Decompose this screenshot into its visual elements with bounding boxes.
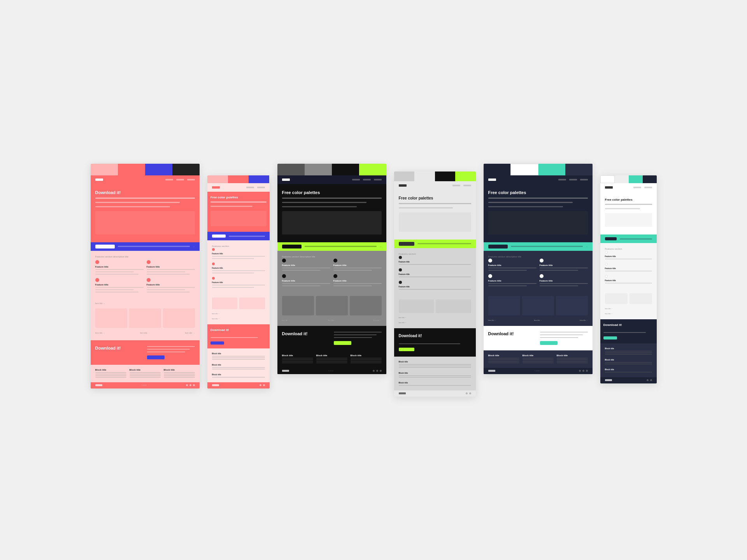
mock-feature-text-3ca xyxy=(282,283,330,284)
mock-download-btn-5[interactable] xyxy=(540,341,558,345)
swatch-5-3 xyxy=(538,164,566,175)
mock-footer-link-2c-1 xyxy=(212,377,265,378)
mock-gallery-title-row-1: Item title → xyxy=(95,302,195,304)
mock-nav-link-3c xyxy=(374,179,382,180)
mock-cta-line-2 xyxy=(229,236,265,237)
mock-cta-btn-6[interactable] xyxy=(605,237,617,240)
swatch-4 xyxy=(172,164,200,175)
mock-footer-bar-2 xyxy=(207,382,270,388)
theme-card-pink: Free color palettes Features section Fea… xyxy=(207,175,270,388)
mock-hero-title-2: Free color palettes xyxy=(210,196,267,200)
mock-feature-6c: Feature title xyxy=(605,275,652,284)
mock-footer-copy-1: © 2019 xyxy=(142,384,147,386)
mock-cards-row-3 xyxy=(282,296,382,315)
mock-feature-title-5d: Feature title xyxy=(540,280,588,282)
mock-feature-icon-7 xyxy=(212,277,215,280)
mock-download-btn-4[interactable] xyxy=(399,348,414,351)
mock-footer-link-2a-2 xyxy=(212,357,265,358)
page-mockup-4: Free color palettes Features section Fea… xyxy=(394,181,476,397)
mock-logo-4 xyxy=(399,184,407,187)
mock-gallery-link-3: Item title → xyxy=(185,332,195,334)
mock-card-1a xyxy=(95,308,127,328)
mock-cta-btn-5[interactable] xyxy=(488,245,508,248)
mock-footer-link-3b-3 xyxy=(316,361,347,362)
page-mockup-3: Free color palettes → Features section d… xyxy=(277,175,386,374)
mock-download-btn-1[interactable] xyxy=(147,355,165,359)
mock-logo-2 xyxy=(212,186,220,189)
mock-feature-6b: Feature title xyxy=(605,263,652,272)
mock-feature-3d: Feature title xyxy=(333,274,382,287)
mock-download-btn-3[interactable] xyxy=(334,341,351,345)
mock-cta-btn-2[interactable] xyxy=(212,234,226,238)
mock-feature-5b: Feature title xyxy=(540,259,588,271)
mock-footer-link-2b-1 xyxy=(212,367,265,368)
mock-gallery-link-3a: Item title → xyxy=(282,319,290,321)
mock-footer-link-5b-2 xyxy=(523,359,554,360)
mock-feature-text-3da xyxy=(333,283,382,284)
mock-card-4b xyxy=(436,299,471,313)
mock-cta-btn-3[interactable] xyxy=(282,245,302,248)
mock-footer-link-6a-2 xyxy=(605,352,652,353)
mock-nav-link-4a xyxy=(452,185,460,186)
mock-cta-btn-4[interactable] xyxy=(399,242,414,246)
mock-nav-link xyxy=(176,179,184,180)
mock-cta-btn-1[interactable] xyxy=(95,245,115,248)
mock-footer-col-title-4b: Block title xyxy=(399,372,471,374)
mock-footer-col-6b: Block title xyxy=(605,359,652,365)
mock-download-btn-6[interactable] xyxy=(603,336,617,340)
mock-footer-col-5a: Block title xyxy=(488,354,519,364)
mock-feature-title-6a: Feature title xyxy=(605,255,652,257)
mock-download-btn-2[interactable] xyxy=(210,341,224,345)
mock-footer-col-title-3b: Block title xyxy=(316,354,347,357)
theme-card-navy: Free color palettes → Features section d… xyxy=(484,164,593,374)
mock-hero-4: Free color palettes xyxy=(394,190,476,240)
swatch-6-2 xyxy=(615,175,629,183)
mock-footer-col-6a: Block title xyxy=(605,347,652,355)
mock-feature-icon-2 xyxy=(147,260,151,264)
mock-footer-col-title-5a: Block title xyxy=(488,354,519,357)
mock-download-2: Download it! xyxy=(207,324,270,348)
mock-download-left-3: Download it! xyxy=(282,331,330,336)
mock-feature-text-6aa xyxy=(605,259,652,259)
mock-feature-title-3c: Feature title xyxy=(282,280,330,282)
mock-gallery-link-6: Item title → xyxy=(605,308,652,310)
mock-gallery-link-2: Item title → xyxy=(140,332,150,334)
swatch-6-3 xyxy=(629,175,643,183)
mock-cards-row-2 xyxy=(212,298,265,309)
mock-hero-subtitle-8 xyxy=(282,206,357,207)
mock-footer-col-title-2c: Block title xyxy=(212,373,265,376)
mock-footer-1: Block title Block title Block title xyxy=(91,365,200,382)
mock-footer-icons-6 xyxy=(647,379,652,381)
mock-nav-link-5b xyxy=(569,179,577,180)
mock-download-left-1: Download it! xyxy=(95,346,143,351)
page-mockup-1: Download it! → Features section descript… xyxy=(91,175,200,388)
mock-hero-title-4: Free color palettes xyxy=(399,196,471,201)
social-icon-4b xyxy=(469,392,471,394)
mock-download-text-1a xyxy=(147,346,195,347)
mock-gallery-4: Item title → Item title → xyxy=(394,295,476,328)
mock-cta-bar-2 xyxy=(207,232,270,240)
mock-features-6: Features section Feature title Feature t… xyxy=(600,243,657,289)
mock-nav-link-5c xyxy=(580,179,588,180)
mock-feature-text-1b xyxy=(95,271,134,272)
social-icon-1 xyxy=(186,384,188,386)
swatch-4-2 xyxy=(414,172,435,181)
mock-gallery-link-2b: Item title → xyxy=(212,318,265,320)
mock-footer-link-5a-1 xyxy=(488,358,519,359)
mock-feature-4: Feature title xyxy=(147,278,195,293)
mock-footer-col-title-4c: Block title xyxy=(399,382,471,384)
mock-download-6: Download it! xyxy=(600,319,657,343)
mock-footer-logo-2 xyxy=(212,384,219,386)
swatch-3 xyxy=(145,164,172,175)
mock-gallery-3: Item title → Item title → Item title → xyxy=(277,291,386,326)
mock-hero-subtitle-13 xyxy=(488,206,563,207)
mock-card-5a xyxy=(488,296,520,315)
theme-card-gray: Free color palettes Features section Fea… xyxy=(394,172,476,397)
mock-features-grid-3: Feature title Feature title Feature titl… xyxy=(282,259,382,287)
mock-feature-text-3ab xyxy=(282,270,321,271)
mock-download-4: Download it! xyxy=(394,328,476,357)
mock-footer-link-3c-2 xyxy=(351,359,382,360)
mock-feature-5a: Feature title xyxy=(488,259,537,271)
mock-logo-1 xyxy=(95,178,103,181)
social-icon-5c xyxy=(586,370,588,372)
